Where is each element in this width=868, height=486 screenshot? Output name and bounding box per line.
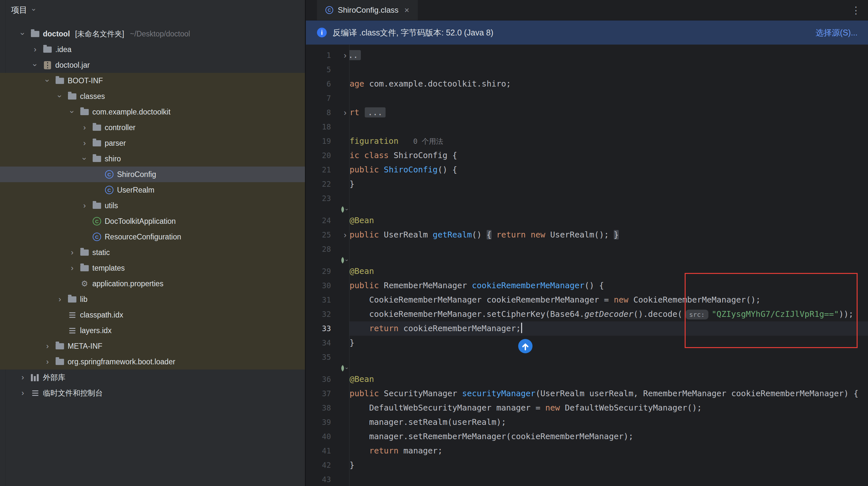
tree-item-doctoolkitapplication[interactable]: CDocToolkitApplication — [0, 213, 305, 229]
code-token: } — [614, 230, 619, 239]
code-line-25[interactable]: public UserRealm getRealm() { return new… — [349, 228, 868, 242]
tree-item-layers-idx[interactable]: layers.idx — [0, 323, 305, 338]
tree-item-resourceconfiguration[interactable]: CResourceConfiguration — [0, 229, 305, 245]
code-line-5[interactable] — [349, 62, 868, 77]
code-token — [349, 324, 369, 333]
chevron-right-icon[interactable]: › — [55, 295, 64, 303]
fold-chevron-icon[interactable]: › — [344, 108, 346, 118]
tree-item-boot-inf[interactable]: ›BOOT-INF — [0, 73, 305, 88]
tab-shiroconfig-class[interactable]: C ShiroConfig.class × — [317, 0, 418, 20]
gutter-inlay-row: › — [306, 364, 349, 372]
line-number: 25 — [322, 231, 331, 239]
tree-item-application-properties[interactable]: ⚙application.properties — [0, 276, 305, 291]
chevron-right-icon[interactable]: › — [18, 389, 27, 397]
code-line-22[interactable]: } — [349, 177, 868, 191]
code-line-8[interactable]: import ... — [349, 106, 868, 120]
code-token: ().decode( — [633, 309, 682, 319]
spring-bean-icon[interactable]: › — [340, 257, 348, 263]
gutter-line-29: 29 — [306, 264, 349, 279]
tree-item-label: org.springframework.boot.loader — [68, 358, 175, 366]
tree-item-row-22[interactable]: ›外部库 — [0, 370, 305, 385]
spring-bean-icon[interactable]: › — [340, 206, 348, 213]
code-line-21[interactable]: public ShiroConfig() { — [349, 163, 868, 177]
chevron-down-icon[interactable]: › — [19, 29, 27, 38]
fold-chevron-icon[interactable]: › — [344, 51, 346, 60]
line-number: 33 — [322, 324, 331, 333]
tree-item-org-springframework-boot-loader[interactable]: ›org.springframework.boot.loader — [0, 354, 305, 370]
tree-item-parser[interactable]: ›parser — [0, 135, 305, 151]
gutter-line-32: 32 — [306, 307, 349, 321]
tree-item-shiro[interactable]: ›shiro — [0, 151, 305, 167]
choose-sources-link[interactable]: 选择源(S)... — [816, 27, 858, 38]
folder-icon — [92, 156, 102, 162]
code-line-42[interactable]: } — [349, 458, 868, 472]
chevron-right-icon[interactable]: › — [43, 358, 52, 366]
project-view-selector[interactable]: 项目 › — [0, 0, 305, 20]
gutter-line-31: 31 — [306, 293, 349, 307]
tree-item-utils[interactable]: ›utils — [0, 198, 305, 213]
tree-item-meta-inf[interactable]: ›META-INF — [0, 338, 305, 354]
code-token: return new — [496, 230, 550, 239]
code-line-35[interactable] — [349, 350, 868, 364]
chevron-right-icon[interactable]: › — [80, 202, 89, 209]
code-line-1[interactable]: //... — [349, 48, 868, 62]
code-token: com.example.doctoolkit.shiro; — [369, 79, 511, 88]
chevron-right-icon[interactable]: › — [18, 373, 27, 381]
tree-item-classpath-idx[interactable]: classpath.idx — [0, 307, 305, 323]
fold-chevron-icon[interactable]: › — [344, 230, 346, 240]
code-line-36[interactable]: @Bean — [349, 372, 868, 387]
code-line-40[interactable]: manager.setRememberMeManager(cookieRemem… — [349, 429, 868, 444]
line-number: 31 — [322, 296, 331, 304]
tree-item-templates[interactable]: ›templates — [0, 260, 305, 276]
code-line-18[interactable] — [349, 120, 868, 134]
code-line-37[interactable]: public SecurityManager securityManager(U… — [349, 387, 868, 401]
code-line-6[interactable]: package com.example.doctoolkit.shiro; — [349, 77, 868, 91]
line-number: 30 — [322, 281, 331, 290]
spring-bean-icon[interactable]: › — [340, 365, 348, 371]
tree-item-controller[interactable]: ›controller — [0, 120, 305, 135]
line-number: 40 — [322, 432, 331, 441]
code-line-39[interactable]: manager.setRealm(userRealm); — [349, 415, 868, 429]
tree-item-lib[interactable]: ›lib — [0, 291, 305, 307]
folder-icon — [67, 93, 78, 99]
tree-item-userrealm[interactable]: CUserRealm — [0, 182, 305, 198]
chevron-right-icon[interactable]: › — [68, 249, 77, 256]
chevron-right-icon[interactable]: › — [31, 46, 40, 53]
code-line-43[interactable] — [349, 472, 868, 486]
chevron-down-icon[interactable]: › — [81, 154, 88, 163]
chevron-right-icon[interactable]: › — [43, 342, 52, 350]
tree-item-label: UserRealm — [117, 186, 154, 195]
code-editor[interactable]: //...package com.example.doctoolkit.shir… — [349, 45, 868, 486]
code-line-20[interactable]: public class ShiroConfig { — [349, 148, 868, 163]
code-line-38[interactable]: DefaultWebSecurityManager manager = new … — [349, 401, 868, 415]
tree-item-row-23[interactable]: ›临时文件和控制台 — [0, 385, 305, 401]
code-line-23[interactable] — [349, 191, 868, 206]
tree-item-shiroconfig[interactable]: CShiroConfig — [0, 167, 305, 182]
tree-item-classes[interactable]: ›classes — [0, 88, 305, 104]
code-line-24[interactable]: @Bean — [349, 213, 868, 228]
tree-item-static[interactable]: ›static — [0, 245, 305, 260]
chevron-right-icon[interactable]: › — [80, 139, 89, 147]
chevron-right-icon[interactable]: › — [68, 264, 77, 272]
code-line-41[interactable]: return manager; — [349, 444, 868, 458]
code-token: cookieRememberMeManager; — [403, 324, 521, 333]
gutter-line-19: 19 — [306, 134, 349, 148]
chevron-right-icon[interactable]: › — [80, 124, 89, 132]
code-line-19[interactable]: @Configuration 0 个用法 — [349, 134, 868, 148]
gutter-line-25: 25› — [306, 228, 349, 242]
chevron-down-icon[interactable]: › — [31, 60, 39, 69]
close-icon[interactable]: × — [404, 5, 409, 15]
code-line-7[interactable] — [349, 91, 868, 106]
tree-item-com-example-doctoolkit[interactable]: ›com.example.doctoolkit — [0, 104, 305, 120]
tree-item-idea[interactable]: ›.idea — [0, 41, 305, 57]
line-number: 8 — [327, 108, 331, 117]
tree-item-doctool[interactable]: ›doctool[未命名文件夹]~/Desktop/doctool — [0, 26, 305, 41]
code-line-28[interactable] — [349, 242, 868, 256]
code-token: public — [349, 165, 383, 174]
kebab-menu-icon[interactable]: ⋮ — [851, 5, 861, 16]
chevron-down-icon[interactable]: › — [56, 92, 64, 101]
tree-item-doctool-jar[interactable]: ›doctool.jar — [0, 57, 305, 73]
tab-title: ShiroConfig.class — [338, 5, 399, 15]
chevron-down-icon[interactable]: › — [68, 107, 76, 116]
chevron-down-icon[interactable]: › — [43, 76, 51, 85]
